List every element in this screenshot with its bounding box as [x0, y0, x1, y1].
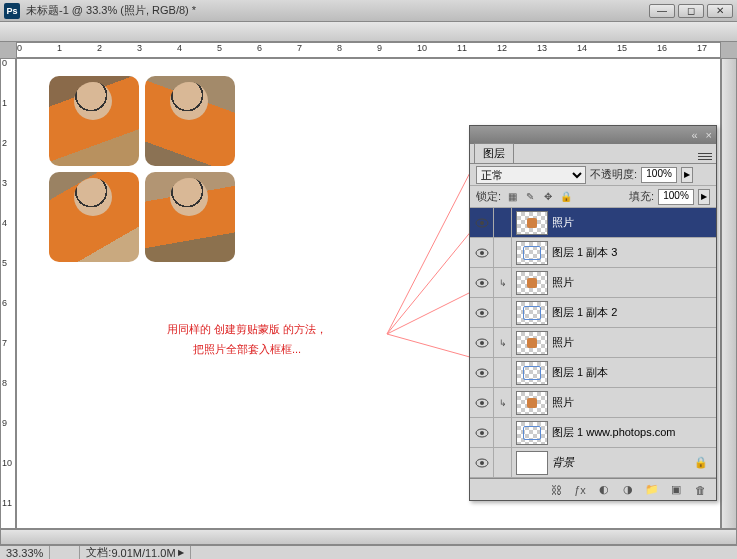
ruler-vertical[interactable]: 0123456789101112: [0, 58, 16, 529]
visibility-toggle[interactable]: [470, 418, 494, 447]
layer-thumbnail[interactable]: [516, 211, 548, 235]
annotation-rays: [17, 59, 517, 529]
ruler-h-number: 11: [457, 43, 467, 53]
layer-name[interactable]: 图层 1 副本 2: [552, 305, 617, 320]
lock-transparency-icon[interactable]: ▦: [505, 190, 519, 204]
clip-indicator: [494, 298, 512, 327]
group-icon[interactable]: 📁: [644, 482, 660, 498]
layer-row[interactable]: 图层 1 www.photops.com: [470, 418, 716, 448]
lock-all-icon[interactable]: 🔒: [559, 190, 573, 204]
ruler-v-number: 8: [2, 379, 16, 387]
layer-style-icon[interactable]: ƒx: [572, 482, 588, 498]
layer-name[interactable]: 图层 1 副本 3: [552, 245, 617, 260]
fill-field[interactable]: 100%: [658, 189, 694, 205]
visibility-toggle[interactable]: [470, 208, 494, 237]
window-title: 未标题-1 @ 33.3% (照片, RGB/8) *: [26, 3, 649, 18]
panel-menu-icon[interactable]: [698, 149, 712, 163]
svg-point-13: [480, 341, 484, 345]
maximize-button[interactable]: ◻: [678, 4, 704, 18]
svg-point-17: [480, 401, 484, 405]
layers-list: 照片图层 1 副本 3↳照片图层 1 副本 2↳照片图层 1 副本↳照片图层 1…: [470, 208, 716, 478]
fill-label: 填充:: [629, 189, 654, 204]
visibility-toggle[interactable]: [470, 448, 494, 477]
svg-point-9: [480, 281, 484, 285]
layers-panel[interactable]: « × 图层 正常 不透明度: 100% ▶ 锁定: ▦ ✎ ✥ 🔒 填充: 1…: [469, 125, 717, 501]
clip-indicator: ↳: [494, 388, 512, 417]
ruler-h-number: 10: [417, 43, 427, 53]
opacity-flyout-icon[interactable]: ▶: [681, 167, 693, 183]
layer-thumbnail[interactable]: [516, 301, 548, 325]
svg-point-5: [480, 221, 484, 225]
layer-name[interactable]: 图层 1 副本: [552, 365, 608, 380]
delete-layer-icon[interactable]: 🗑: [692, 482, 708, 498]
visibility-toggle[interactable]: [470, 358, 494, 387]
layer-row[interactable]: 照片: [470, 208, 716, 238]
link-layers-icon[interactable]: ⛓: [548, 482, 564, 498]
layer-row[interactable]: ↳照片: [470, 268, 716, 298]
clip-indicator: [494, 208, 512, 237]
new-layer-icon[interactable]: ▣: [668, 482, 684, 498]
adjustment-layer-icon[interactable]: ◑: [620, 482, 636, 498]
panel-collapse-icon[interactable]: «: [691, 129, 697, 141]
panel-header[interactable]: « ×: [470, 126, 716, 144]
ruler-h-number: 5: [217, 43, 222, 53]
ruler-v-number: 9: [2, 419, 16, 427]
lock-fill-row: 锁定: ▦ ✎ ✥ 🔒 填充: 100% ▶: [470, 186, 716, 208]
close-button[interactable]: ✕: [707, 4, 733, 18]
lock-paint-icon[interactable]: ✎: [523, 190, 537, 204]
doc-size[interactable]: 文档: 9.01M/11.0M ▶: [80, 546, 191, 559]
layer-row[interactable]: ↳照片: [470, 388, 716, 418]
minimize-button[interactable]: —: [649, 4, 675, 18]
layer-thumbnail[interactable]: [516, 241, 548, 265]
layer-thumbnail[interactable]: [516, 451, 548, 475]
fill-flyout-icon[interactable]: ▶: [698, 189, 710, 205]
layer-name[interactable]: 照片: [552, 395, 574, 410]
layer-thumbnail[interactable]: [516, 271, 548, 295]
layer-row[interactable]: ↳照片: [470, 328, 716, 358]
ruler-h-number: 16: [657, 43, 667, 53]
zoom-level[interactable]: 33.33%: [0, 546, 50, 559]
layer-name[interactable]: 背景: [552, 455, 574, 470]
visibility-toggle[interactable]: [470, 238, 494, 267]
blend-mode-select[interactable]: 正常: [476, 166, 586, 184]
ruler-h-number: 8: [337, 43, 342, 53]
panel-close-icon[interactable]: ×: [706, 129, 712, 141]
layer-row[interactable]: 图层 1 副本 3: [470, 238, 716, 268]
visibility-toggle[interactable]: [470, 298, 494, 327]
chevron-right-icon[interactable]: ▶: [176, 548, 184, 557]
scrollbar-vertical[interactable]: [721, 58, 737, 529]
layer-name[interactable]: 图层 1 www.photops.com: [552, 425, 676, 440]
layer-name[interactable]: 照片: [552, 335, 574, 350]
ruler-h-number: 9: [377, 43, 382, 53]
layer-thumbnail[interactable]: [516, 361, 548, 385]
ruler-v-number: 2: [2, 139, 16, 147]
layer-row[interactable]: 图层 1 副本 2: [470, 298, 716, 328]
clip-indicator: ↳: [494, 328, 512, 357]
layer-thumbnail[interactable]: [516, 331, 548, 355]
layer-thumbnail[interactable]: [516, 391, 548, 415]
clip-indicator: [494, 448, 512, 477]
layer-name[interactable]: 照片: [552, 215, 574, 230]
tab-layers[interactable]: 图层: [474, 143, 514, 163]
layer-name[interactable]: 照片: [552, 275, 574, 290]
layer-row[interactable]: 背景🔒: [470, 448, 716, 478]
opacity-field[interactable]: 100%: [641, 167, 677, 183]
layer-mask-icon[interactable]: ◐: [596, 482, 612, 498]
layer-row[interactable]: 图层 1 副本: [470, 358, 716, 388]
ruler-horizontal[interactable]: 01234567891011121314151617: [16, 42, 721, 58]
ruler-h-number: 0: [17, 43, 22, 53]
ruler-v-number: 4: [2, 219, 16, 227]
layer-thumbnail[interactable]: [516, 421, 548, 445]
visibility-toggle[interactable]: [470, 268, 494, 297]
clip-indicator: [494, 418, 512, 447]
ruler-h-number: 14: [577, 43, 587, 53]
scrollbar-horizontal[interactable]: [0, 529, 737, 545]
lock-position-icon[interactable]: ✥: [541, 190, 555, 204]
visibility-toggle[interactable]: [470, 388, 494, 417]
visibility-toggle[interactable]: [470, 328, 494, 357]
panel-footer: ⛓ ƒx ◐ ◑ 📁 ▣ 🗑: [470, 478, 716, 500]
svg-line-1: [387, 224, 477, 334]
status-bar: 33.33% 文档: 9.01M/11.0M ▶: [0, 545, 737, 559]
svg-point-21: [480, 461, 484, 465]
doc-size-value: 9.01M/11.0M: [111, 547, 175, 559]
